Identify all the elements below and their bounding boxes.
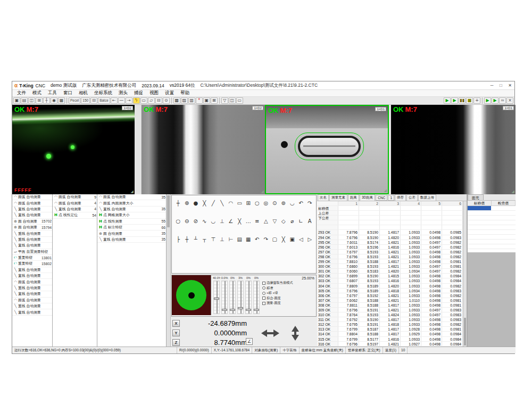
- slider-thumb[interactable]: [214, 298, 219, 300]
- tool-icon-3-16[interactable]: ▷: [306, 236, 314, 243]
- camera-view-3-selected[interactable]: OKM:7 1=D1 ◢: [265, 105, 389, 194]
- table-row[interactable]: 293 OK7.87968.51901.48171.09330.04980.09…: [317, 230, 463, 235]
- scrollbar-thumb[interactable]: [167, 195, 170, 227]
- jog-vertical-arrow-icon[interactable]: [292, 322, 299, 344]
- toolbar-button-layout-split[interactable]: ◫: [28, 97, 35, 104]
- toolbar-button-pause[interactable]: ▮▮: [459, 97, 466, 104]
- tool-icon-1-5[interactable]: ╱: [209, 200, 218, 207]
- feature-row[interactable]: ◠圆弧自动测量: [12, 298, 52, 303]
- menu-item-9[interactable]: 视图: [146, 90, 162, 96]
- toolbar-button-film-strip[interactable]: ▩: [173, 97, 180, 104]
- tool-icon-3-7[interactable]: ⊢: [227, 236, 235, 243]
- resize-handle-icon[interactable]: ◢: [384, 188, 387, 193]
- tool-icon-2-15[interactable]: ∟: [297, 218, 305, 225]
- camera-view-1[interactable]: OKM:7 1=D2 FFFFF ◢: [12, 105, 135, 194]
- light-slider-1[interactable]: 40.0%: [213, 276, 220, 315]
- checkbox-icon[interactable]: [262, 302, 265, 305]
- list-scrollbar[interactable]: [167, 194, 171, 348]
- toolbar-button-stop[interactable]: ■: [466, 97, 473, 104]
- scrollbar-thumb[interactable]: [464, 318, 466, 345]
- light-slider-2[interactable]: 0.0%: [221, 276, 228, 315]
- slider-thumb[interactable]: [222, 309, 227, 311]
- tool-icon-2-7[interactable]: ∠: [227, 218, 235, 225]
- feature-row[interactable]: ▱平面前置测量特征: [12, 249, 52, 255]
- toolbar-button-dual-view[interactable]: ◫: [229, 97, 236, 104]
- table-row[interactable]: 316 OK7.67968.51971.48211.09270.04980.09…: [317, 342, 463, 347]
- tool-icon-3-1[interactable]: ├: [174, 236, 182, 243]
- feature-row[interactable]: ◠圆弧自动测量4: [53, 200, 97, 206]
- tool-icon-1-9[interactable]: ⊞: [244, 200, 253, 207]
- tool-icon-2-5[interactable]: ◡: [209, 218, 218, 225]
- feature-row[interactable]: ╲直线自动测量: [12, 207, 52, 212]
- toolbar-button-run-all[interactable]: ▶: [451, 97, 458, 104]
- angle-button[interactable]: ∠: [246, 338, 253, 345]
- tool-icon-1-6[interactable]: ╲: [218, 200, 227, 207]
- feature-row[interactable]: ╲直线自动测量: [12, 309, 52, 315]
- toolbar-button-run[interactable]: ▶: [444, 97, 451, 104]
- feature-row[interactable]: ℮重复特征15802: [12, 261, 52, 267]
- feature-row[interactable]: H点标注特征66: [97, 225, 166, 230]
- toolbar-button-magnifier[interactable]: ⊙: [163, 97, 170, 104]
- menu-item-1[interactable]: 文件: [14, 90, 29, 96]
- feature-row[interactable]: ◠圆弧自动测量: [12, 200, 52, 206]
- feature-row[interactable]: ╲重线自动测量: [12, 303, 52, 309]
- toolbar-button-crosshair[interactable]: ┼: [43, 97, 50, 104]
- toolbar-button-play-right[interactable]: ▶: [484, 97, 491, 104]
- toolbar-button-batce[interactable]: Batce: [98, 97, 110, 104]
- tool-icon-3-8[interactable]: ▤: [236, 236, 244, 243]
- tool-icon-3-9[interactable]: ▦: [244, 236, 253, 243]
- table-row[interactable]: 313 OK7.67998.51871.48171.09280.04980.09…: [317, 327, 463, 332]
- tool-icon-2-4[interactable]: ∿: [201, 218, 209, 225]
- maximize-button[interactable]: □: [496, 83, 505, 88]
- toolbar-button-screen-1[interactable]: ▣: [13, 97, 20, 104]
- table-row[interactable]: 315 OK7.67998.51771.48161.09330.04980.09…: [317, 337, 463, 342]
- table-tab-3[interactable]: 距离: [348, 194, 359, 201]
- close-button[interactable]: ✕: [505, 83, 514, 88]
- tool-icon-1-4[interactable]: ╳: [201, 200, 209, 207]
- table-row[interactable]: 299 OK7.88108.51881.48171.09330.04980.09…: [317, 259, 463, 264]
- tool-icon-1-1[interactable]: ┼: [174, 200, 182, 207]
- table-row[interactable]: 301 OK7.60608.51831.48201.09340.04970.09…: [317, 269, 463, 274]
- toolbar-button-panel-toggle[interactable]: ⊟: [90, 97, 97, 104]
- menu-item-7[interactable]: 测头: [115, 90, 131, 96]
- tool-icon-3-4[interactable]: ┬: [201, 236, 209, 243]
- table-tab-5[interactable]: CNC: [376, 195, 387, 201]
- slider-thumb[interactable]: [238, 307, 243, 309]
- tool-icon-1-3[interactable]: ●: [192, 200, 200, 207]
- feature-row[interactable]: ⊕圆自动测量35: [97, 230, 166, 236]
- light-option-4[interactable]: 拟合-圆度: [262, 296, 314, 301]
- toolbar-button-roi-parallelogram[interactable]: ▱: [148, 97, 155, 104]
- tool-icon-1-2[interactable]: ⊕: [183, 200, 192, 207]
- table-row[interactable]: 311 OK7.67928.51901.48171.09330.04980.09…: [317, 317, 463, 322]
- feature-row[interactable]: ◠圆弧自动测量9: [53, 194, 97, 200]
- toolbar-button-level-150[interactable]: 150: [81, 97, 90, 104]
- light-option-5[interactable]: 测量-圆度: [262, 301, 314, 306]
- feature-row[interactable]: ◠圆弧内圆测量大小: [97, 200, 166, 206]
- toolbar-button-target[interactable]: ◉: [51, 97, 57, 104]
- camera-view-4[interactable]: OKM:7 1=D1 ◢: [391, 105, 516, 194]
- toolbar-button-layout-grid[interactable]: ⊞: [36, 97, 43, 104]
- checkbox-icon[interactable]: [262, 282, 265, 285]
- tool-icon-2-8[interactable]: ╳: [236, 218, 244, 225]
- tool-icon-3-2[interactable]: ┼: [183, 236, 192, 243]
- table-tab-1[interactable]: 次名: [318, 194, 329, 201]
- minimize-button[interactable]: ─: [487, 83, 496, 88]
- tool-icon-3-12[interactable]: ▢: [271, 236, 279, 243]
- toolbar-button-wide-view[interactable]: ▭: [236, 97, 243, 104]
- feature-row[interactable]: ╲直线自动测量: [12, 212, 52, 218]
- light-slider-6[interactable]: 0%: [253, 276, 260, 315]
- toolbar-button-probe[interactable]: +: [473, 97, 480, 104]
- table-row[interactable]: 302 OK7.68998.51901.48151.09330.04980.09…: [317, 274, 463, 278]
- tool-icon-3-15[interactable]: ◁: [297, 236, 305, 243]
- camera-view-2[interactable]: OKM:7 1=D2 ◢: [142, 105, 265, 194]
- toolbar-button-calibration[interactable]: ▦: [58, 97, 65, 104]
- table-tab-6[interactable]: 1: [388, 195, 394, 201]
- light-slider-4[interactable]: 3%: [237, 276, 244, 315]
- selected-cell[interactable]: [468, 206, 491, 210]
- tool-icon-3-11[interactable]: ↷: [262, 236, 270, 243]
- table-tab-4[interactable]: 3D距离: [360, 194, 375, 201]
- tool-icon-1-16[interactable]: ↷: [306, 200, 314, 207]
- feature-row[interactable]: H点线性定位54: [53, 212, 97, 218]
- tool-icon-2-6[interactable]: ⊥: [218, 218, 227, 225]
- toolbar-button-line-tool[interactable]: —: [118, 97, 125, 104]
